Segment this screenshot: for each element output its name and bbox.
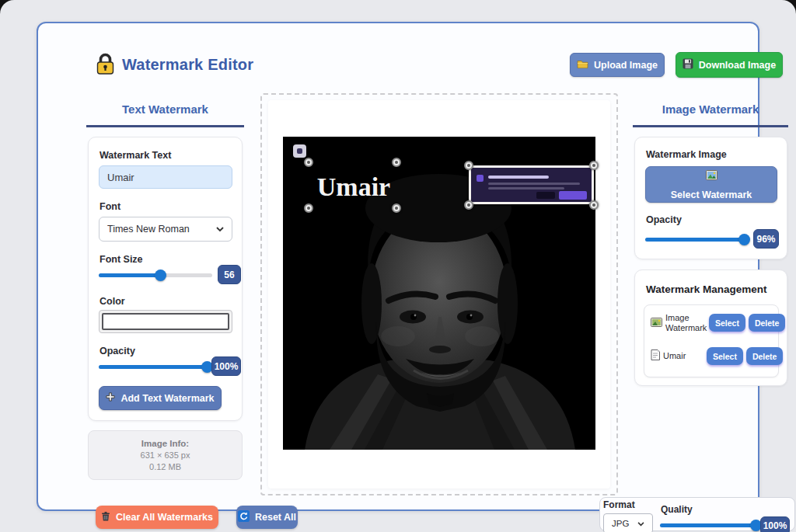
watermark-editor-app: Watermark Editor Upload Image Download I…: [0, 0, 796, 532]
picture-icon: [706, 170, 717, 183]
quality-label: Quality: [661, 504, 693, 515]
image-opacity-slider[interactable]: [645, 234, 749, 245]
management-row-image: Image Watermark Select Delete: [651, 313, 785, 332]
delete-text-watermark-button[interactable]: Delete: [746, 347, 784, 365]
image-info-dimensions: 631 × 635 px: [141, 450, 190, 460]
clear-all-watermarks-button[interactable]: Clear All Watermarks: [96, 506, 218, 529]
management-item-label: Image Watermark: [665, 313, 706, 332]
font-size-label: Font Size: [100, 254, 143, 265]
trash-icon: [101, 511, 110, 523]
picture-icon: [651, 316, 662, 330]
font-size-badge: 56: [218, 265, 241, 284]
image-info-title: Image Info:: [141, 439, 189, 448]
image-info-size: 0.12 MB: [149, 462, 181, 471]
quality-badge: 100%: [760, 516, 790, 532]
select-watermark-image-button[interactable]: Select Watermark Image: [645, 166, 777, 203]
refresh-icon: [238, 510, 250, 524]
image-watermark-panel: Watermark Image Select Watermark Image O…: [634, 137, 787, 259]
chevron-down-icon: [637, 519, 644, 528]
image-info-card: Image Info: 631 × 635 px 0.12 MB: [88, 430, 243, 480]
font-select[interactable]: Times New Roman: [99, 217, 232, 242]
text-wm-handle-bl[interactable]: [304, 203, 313, 213]
font-size-slider[interactable]: [99, 269, 212, 281]
folder-icon: [577, 59, 588, 71]
note-icon: [651, 349, 660, 363]
watermark-image-label: Watermark Image: [646, 149, 727, 160]
management-heading: Watermark Management: [646, 283, 767, 295]
image-opacity-label: Opacity: [646, 214, 682, 225]
delete-image-watermark-button[interactable]: Delete: [749, 314, 786, 332]
color-label: Color: [100, 296, 125, 307]
text-wm-handle-br[interactable]: [392, 203, 401, 213]
quality-slider[interactable]: [660, 520, 756, 531]
color-picker[interactable]: [99, 310, 232, 333]
management-list: Image Watermark Select Delete Umair Sele…: [644, 304, 779, 377]
image-wm-handle-tr[interactable]: [589, 161, 599, 170]
page-title: Watermark Editor: [122, 56, 253, 74]
text-opacity-badge: 100%: [211, 356, 241, 376]
select-text-watermark-button[interactable]: Select: [707, 347, 743, 365]
management-row-text: Umair Select Delete: [651, 347, 783, 365]
chevron-down-icon: [216, 224, 224, 235]
plus-icon: [106, 392, 115, 404]
watermark-management-panel: Watermark Management Image Watermark Sel…: [634, 269, 787, 386]
main-window: Watermark Editor Upload Image Download I…: [37, 22, 759, 511]
upload-image-button[interactable]: Upload Image: [570, 53, 665, 77]
image-watermark-on-canvas[interactable]: [469, 165, 594, 204]
image-watermark-content: [471, 168, 592, 202]
image-watermark-heading: Image Watermark: [633, 103, 788, 127]
image-wm-handle-br[interactable]: [589, 200, 599, 210]
canvas-corner-chip[interactable]: [293, 144, 306, 158]
color-swatch: [102, 313, 229, 330]
format-label: Format: [603, 499, 635, 510]
image-opacity-badge: 96%: [753, 229, 779, 249]
text-opacity-label: Opacity: [100, 346, 135, 356]
text-watermark-heading: Text Watermark: [86, 103, 244, 127]
add-text-watermark-button[interactable]: Add Text Watermark: [99, 386, 222, 410]
text-watermark-on-canvas[interactable]: Umair: [312, 169, 395, 206]
text-wm-handle-tl[interactable]: [304, 158, 313, 167]
text-watermark-panel: Watermark Text Font Times New Roman Font…: [88, 137, 243, 421]
lock-icon: [96, 53, 115, 78]
management-item-label: Umair: [663, 351, 703, 361]
image-wm-handle-tl[interactable]: [464, 161, 473, 170]
image-wm-handle-bl[interactable]: [464, 200, 473, 210]
font-label: Font: [100, 201, 120, 212]
watermark-text-input[interactable]: [99, 165, 232, 189]
select-image-watermark-button[interactable]: Select: [709, 314, 745, 332]
reset-all-button[interactable]: Reset All: [236, 506, 298, 529]
save-icon: [683, 58, 693, 71]
text-opacity-slider[interactable]: [99, 361, 208, 373]
editing-canvas[interactable]: Umair: [283, 137, 595, 450]
format-select[interactable]: JPG: [603, 513, 653, 532]
watermark-text-label: Watermark Text: [100, 150, 171, 161]
text-wm-handle-tr[interactable]: [392, 158, 401, 167]
download-image-button[interactable]: Download Image: [676, 52, 783, 78]
